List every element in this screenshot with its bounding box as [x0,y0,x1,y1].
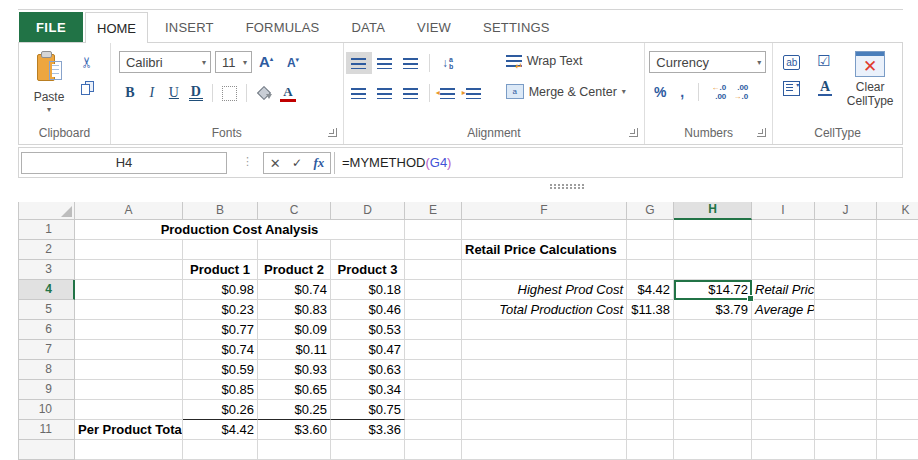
cell-B2[interactable] [183,240,258,260]
align-bottom-button[interactable] [398,52,424,74]
column-header-G[interactable]: G [627,202,674,220]
cell-C11[interactable]: $3.60 [258,420,331,440]
tab-home[interactable]: HOME [85,12,148,43]
cell-H3[interactable] [674,260,752,280]
cell-B9[interactable]: $0.85 [183,380,258,400]
cut-button[interactable]: ✂ [78,56,96,69]
cell-K7[interactable] [877,340,918,360]
shrink-font-button[interactable]: A▾ [287,56,299,70]
cell-B8[interactable]: $0.59 [183,360,258,380]
cell-D5[interactable]: $0.46 [331,300,405,320]
comma-button[interactable]: , [671,84,693,100]
align-top-button[interactable] [346,52,372,74]
cell-C9[interactable]: $0.65 [258,380,331,400]
cell-A2[interactable] [75,240,183,260]
cell-K10[interactable] [877,400,918,420]
cell-E5[interactable] [405,300,462,320]
cell-D8[interactable]: $0.63 [331,360,405,380]
cell-J2[interactable] [815,240,877,260]
cell-B10[interactable]: $0.26 [183,400,258,420]
cell-A4[interactable] [75,280,183,300]
borders-button[interactable] [222,86,237,101]
cell-B12[interactable] [183,440,258,460]
number-format-select[interactable]: Currency ▾ [649,51,766,73]
cell-H2[interactable] [674,240,752,260]
cell-F4[interactable]: Highest Prod Cost [462,280,627,300]
numbers-dialog-launcher[interactable] [757,128,766,137]
cell-A11[interactable]: Per Product Total [75,420,183,440]
cell-G2[interactable] [627,240,674,260]
select-all-corner[interactable] [19,202,75,220]
column-header-A[interactable]: A [75,202,183,220]
bold-button[interactable]: B [119,85,141,101]
cell-C10[interactable]: $0.25 [258,400,331,420]
cell-K12[interactable] [877,440,918,460]
alignment-dialog-launcher[interactable] [629,128,638,137]
cell-E2[interactable] [405,240,462,260]
cell-K1[interactable] [877,220,918,240]
cell-I5[interactable]: Average Product Cost [752,300,815,320]
column-header-K[interactable]: K [877,202,918,220]
cell-J3[interactable] [815,260,877,280]
cell-D12[interactable] [331,440,405,460]
row-header-11[interactable]: 11 [19,420,75,440]
cell-I2[interactable] [752,240,815,260]
cell-F7[interactable] [462,340,627,360]
cell-A3[interactable] [75,260,183,280]
cell-F9[interactable] [462,380,627,400]
column-header-E[interactable]: E [405,202,462,220]
align-left-button[interactable] [346,82,372,104]
font-color-button[interactable]: A [280,85,296,102]
cell-C2[interactable] [258,240,331,260]
cell-E12[interactable] [405,440,462,460]
cell-K4[interactable] [877,280,918,300]
cell-C8[interactable]: $0.93 [258,360,331,380]
cell-H8[interactable] [674,360,752,380]
row-header-10[interactable]: 10 [19,400,75,420]
increase-indent-button[interactable]: ▸ [461,82,487,104]
column-header-F[interactable]: F [462,202,627,220]
cell-J6[interactable] [815,320,877,340]
row-header-8[interactable]: 8 [19,360,75,380]
cell-K3[interactable] [877,260,918,280]
increase-decimal-button[interactable]: ←.0.00 [704,83,726,101]
decrease-decimal-button[interactable]: .00→.0 [726,83,748,101]
copy-button[interactable] [81,81,94,100]
cell-D6[interactable]: $0.53 [331,320,405,340]
checkbox-celltype-button[interactable]: ☑ [817,52,830,70]
cell-B7[interactable]: $0.74 [183,340,258,360]
cell-B11[interactable]: $4.42 [183,420,258,440]
cell-A8[interactable] [75,360,183,380]
cell-A10[interactable] [75,400,183,420]
cell-H9[interactable] [674,380,752,400]
text-celltype-button[interactable]: A [818,79,832,96]
cell-B5[interactable]: $0.23 [183,300,258,320]
cell-I1[interactable] [752,220,815,240]
cell-B3[interactable]: Product 1 [183,260,258,280]
cell-E7[interactable] [405,340,462,360]
cell-J7[interactable] [815,340,877,360]
fonts-dialog-launcher[interactable] [328,128,337,137]
cell-H4[interactable]: $14.72 [674,280,752,300]
column-header-J[interactable]: J [815,202,877,220]
cell-F1[interactable] [462,220,627,240]
row-header-2[interactable]: 2 [19,240,75,260]
cell-G12[interactable] [627,440,674,460]
row-header-9[interactable]: 9 [19,380,75,400]
cell-F2[interactable]: Retail Price Calculations [462,240,627,260]
row-header-5[interactable]: 5 [19,300,75,320]
fill-color-button[interactable] [256,86,272,100]
cell-A1[interactable]: Production Cost Analysis [75,220,405,240]
cell-J5[interactable] [815,300,877,320]
cell-J9[interactable] [815,380,877,400]
cell-J10[interactable] [815,400,877,420]
underline-button[interactable]: U [163,85,185,101]
row-header-6[interactable]: 6 [19,320,75,340]
cell-I6[interactable] [752,320,815,340]
cell-A7[interactable] [75,340,183,360]
cell-F11[interactable] [462,420,627,440]
cell-H11[interactable] [674,420,752,440]
cell-C6[interactable]: $0.09 [258,320,331,340]
cell-E6[interactable] [405,320,462,340]
cell-C5[interactable]: $0.83 [258,300,331,320]
